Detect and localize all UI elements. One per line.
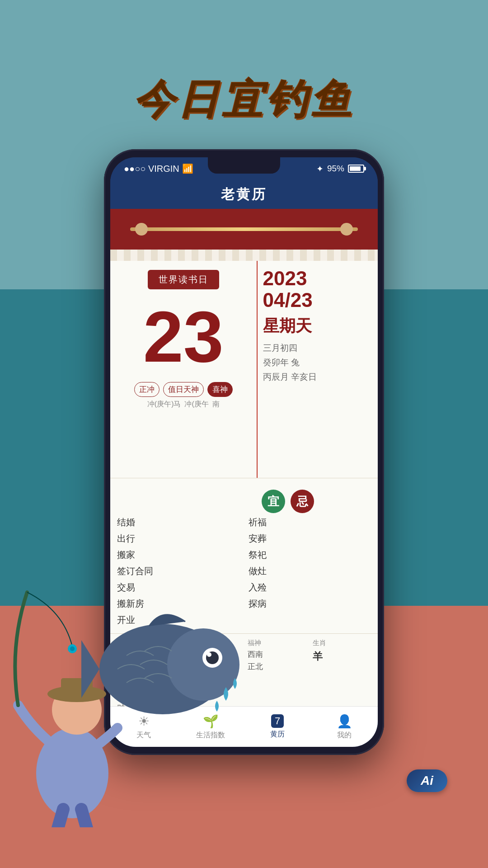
- battery-icon: [348, 165, 364, 173]
- cal-label: 黄历: [270, 730, 285, 739]
- zodiac-year: 癸卯年 兔: [263, 355, 372, 370]
- direction-nw: 西南: [248, 648, 306, 660]
- month-info: 丙辰月 辛亥日: [263, 370, 372, 384]
- calendar-top-strip: [110, 209, 378, 250]
- tag-sub3: 南: [212, 400, 220, 409]
- yi-badge: 宜: [262, 490, 285, 513]
- cal-knob-right: [340, 223, 353, 236]
- yi-ji-header: 宜 忌: [117, 485, 371, 515]
- cal-strip-bar: [130, 227, 357, 231]
- event-badge: 世界读书日: [148, 270, 219, 289]
- ji-item-6: 探病: [249, 597, 371, 610]
- cal-icon: 7: [271, 714, 284, 728]
- status-right: ✦ 95%: [316, 164, 364, 174]
- ji-item-5: 入殓: [249, 580, 371, 594]
- cal-knob-left: [135, 223, 148, 236]
- zodiac-val: 羊: [313, 648, 371, 664]
- app-title: 老黄历: [221, 185, 267, 204]
- nav-profile[interactable]: 👤 我的: [311, 714, 378, 740]
- tag-sub2: 冲(庚午: [184, 400, 208, 409]
- cal-right: 2023 04/23 星期天 三月初四 癸卯年 兔 丙辰月 辛亥日: [258, 261, 378, 478]
- tags-row: 正冲 值日天神 喜神: [134, 382, 233, 397]
- ji-item-2: 安葬: [249, 532, 371, 545]
- yi-item-1: 结婚: [117, 515, 239, 529]
- cal-main: 世界读书日 23 正冲 值日天神 喜神 冲(庚午)马 冲(庚午 南: [110, 261, 378, 478]
- tag-sub1: 冲(庚午)马: [147, 400, 181, 409]
- svg-point-12: [207, 652, 211, 657]
- main-title: 今日宜钓鱼: [0, 72, 488, 127]
- tag-zhiri: 值日天神: [163, 382, 204, 397]
- bluetooth-icon: ✦: [316, 164, 324, 174]
- torn-edge: [110, 250, 378, 261]
- misc-col: 福神 西南 正北: [248, 637, 306, 706]
- svg-point-9: [167, 628, 239, 701]
- tags-sub-row: 冲(庚午)马 冲(庚午 南: [147, 400, 220, 409]
- tag-xishen: 喜神: [207, 382, 233, 397]
- profile-label: 我的: [337, 731, 352, 740]
- fish-illustration: [81, 597, 244, 741]
- ji-col: 祈福 安葬 祭祀 做灶 入殓 探病: [249, 515, 371, 627]
- cal-year: 2023: [263, 268, 372, 289]
- ai-button-label: Ai: [421, 774, 433, 788]
- wifi-icon: 📶: [182, 163, 193, 174]
- status-left: ●●○○ VIRGIN 📶: [124, 163, 193, 174]
- cal-day-number: 23: [143, 301, 224, 373]
- profile-icon: 👤: [337, 714, 352, 729]
- carrier-text: ●●○○ VIRGIN: [124, 164, 179, 174]
- app-title-bar: 老黄历: [110, 180, 378, 209]
- tag-zhongchong: 正冲: [134, 382, 160, 397]
- ai-button[interactable]: Ai: [407, 769, 447, 792]
- cal-lunar: 三月初四 癸卯年 兔 丙辰月 辛亥日: [263, 341, 372, 385]
- cal-left: 世界读书日 23 正冲 值日天神 喜神 冲(庚午)马 冲(庚午 南: [110, 261, 258, 478]
- zodiac-col: 生肖 羊: [313, 637, 371, 706]
- lunar-day: 三月初四: [263, 341, 372, 355]
- phone-notch: [208, 157, 280, 174]
- ji-item-4: 做灶: [249, 564, 371, 578]
- yi-item-2: 出行: [117, 532, 239, 545]
- nav-calendar[interactable]: 7 黄历: [244, 714, 311, 739]
- ji-item-1: 祈福: [249, 515, 371, 529]
- battery-percent: 95%: [327, 164, 344, 174]
- lucky-god-label2: 福神: [248, 637, 306, 648]
- cal-month-day: 04/23: [263, 289, 372, 311]
- direction-n: 正北: [248, 660, 306, 673]
- zodiac-label: 生肖: [313, 637, 371, 648]
- cal-weekday: 星期天: [263, 315, 372, 337]
- ji-badge: 忌: [291, 490, 314, 513]
- svg-point-7: [70, 646, 75, 651]
- ji-item-3: 祭祀: [249, 548, 371, 561]
